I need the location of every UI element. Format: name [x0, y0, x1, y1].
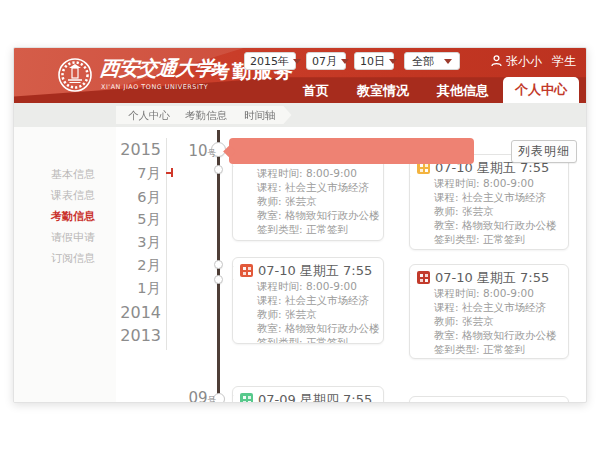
attendance-card: 07-10 星期五 7:55 课程时间: 8:00-9:00课程: 社会主义市场… [232, 257, 384, 344]
year-dropdown[interactable]: 2015年 [244, 52, 296, 70]
attendance-card-datetime: 07-10 星期五 7:55 [258, 263, 372, 278]
attendance-card-datetime: 07-09 星期四 7:55 [258, 392, 372, 403]
timeline-node [214, 165, 223, 174]
attendance-card-field: 教师: 张芸京 [257, 308, 375, 322]
sidebar-item-3[interactable]: 考勤信息 [14, 209, 116, 224]
attendance-card-field: 教室: 格物致知行政办公楼 [434, 329, 560, 343]
attendance-card-field: 课程: 社会主义市场经济 [434, 191, 560, 205]
month-nav-item-3月[interactable]: 3月 [137, 233, 161, 252]
nav-item-1[interactable]: 首页 [289, 79, 343, 103]
current-month-marker [166, 168, 173, 177]
timeline-node [214, 260, 223, 269]
scope-dropdown-value: 全部 [412, 54, 434, 69]
attendance-card-field: 教师: 张芸京 [434, 315, 560, 329]
month-nav-item-2014[interactable]: 2014 [120, 303, 161, 322]
day-dropdown[interactable]: 10日 [354, 52, 394, 70]
attendance-stamp-icon [240, 264, 253, 277]
day-unit: 号 [208, 395, 217, 403]
user-name: 张小小 [506, 53, 542, 70]
month-dropdown-value: 07月 [312, 54, 337, 69]
attendance-stamp-icon [240, 393, 253, 403]
attendance-card-field: 教室: 格物致知行政办公楼 [257, 209, 375, 223]
attendance-card-field: 签到类型: 正常签到 [434, 233, 560, 247]
attendance-card: 07-10 星期五 7:55 课程时间: 8:00-9:00课程: 社会主义市场… [409, 154, 569, 250]
attendance-card: 07-10 星期五 7:55 课程时间: 8:00-9:00课程: 社会主义市场… [409, 264, 569, 359]
breadcrumb-item-3[interactable]: 时间轴 [227, 106, 292, 124]
sidebar-item-5[interactable]: 订阅信息 [14, 251, 116, 266]
attendance-card-field: 签到类型: 正常签到 [257, 336, 375, 344]
month-nav-item-2015[interactable]: 2015 [120, 140, 161, 159]
attendance-card-field: 教室: 格物致知行政办公楼 [257, 322, 375, 336]
sidebar-item-1[interactable]: 基本信息 [14, 167, 116, 182]
attendance-card-field: 课程: 社会主义市场经济 [257, 181, 375, 195]
attendance-card-field: 课程时间: 8:00-9:00 [434, 177, 560, 191]
attendance-card-field: 教室: 格物致知行政办公楼 [434, 219, 560, 233]
attendance-card-title: 07-09 星期四 7:55 [240, 392, 375, 403]
month-nav-item-7月-current[interactable]: 7月 [137, 164, 161, 183]
attendance-card-datetime: 07-10 星期五 7:55 [435, 270, 549, 285]
day-marker-10: 10号 [182, 141, 216, 160]
date-filter-bar [229, 138, 474, 164]
app-window: 西安交通大学 XI'AN JIAO TONG UNIVERSITY 考勤服务 张… [13, 47, 587, 403]
attendance-card-field: 课程时间: 8:00-9:00 [257, 167, 375, 181]
chevron-down-icon [444, 59, 452, 64]
month-nav-item-1月[interactable]: 1月 [137, 279, 161, 298]
nav-item-3[interactable]: 其他信息 [423, 79, 503, 103]
attendance-card-field: 课程时间: 8:00-9:00 [257, 280, 375, 294]
month-nav-item-2013[interactable]: 2013 [120, 326, 161, 345]
day-dropdown-value: 10日 [360, 54, 385, 69]
month-dropdown[interactable]: 07月 [306, 52, 346, 70]
user-icon [491, 55, 502, 67]
chevron-down-icon [389, 59, 397, 64]
attendance-card-field: 课程时间: 8:00-9:00 [434, 287, 560, 301]
attendance-card: 07-09 星期四 7:55 课程时间: 8:00-9:00课程: 社会主义市场… [232, 386, 384, 403]
day-marker-09: 09号 [182, 388, 216, 403]
chevron-down-icon [293, 59, 301, 64]
day-number: 09 [188, 389, 207, 403]
month-nav-item-6月[interactable]: 6月 [137, 188, 161, 207]
attendance-card-field: 教师: 张芸京 [434, 205, 560, 219]
list-detail-button[interactable]: 列表明细 [511, 140, 577, 163]
main-nav: 首页教室情况其他信息个人中心 [14, 77, 587, 103]
day-number: 10 [188, 142, 207, 160]
attendance-stamp-icon [417, 271, 430, 284]
attendance-card-field: 课程: 社会主义市场经济 [257, 294, 375, 308]
attendance-card [409, 396, 569, 403]
year-dropdown-value: 2015年 [250, 54, 289, 69]
sidebar-item-2[interactable]: 课表信息 [14, 188, 116, 203]
timeline-node [214, 275, 223, 284]
sidebar-item-4[interactable]: 请假申请 [14, 230, 116, 245]
scope-dropdown[interactable]: 全部 [404, 52, 460, 70]
nav-item-4[interactable]: 个人中心 [503, 77, 579, 103]
nav-item-2[interactable]: 教室情况 [343, 79, 423, 103]
user-role: 学生 [552, 53, 576, 70]
day-unit: 号 [208, 148, 217, 158]
attendance-card-field: 教师: 张芸京 [257, 195, 375, 209]
attendance-card-field: 签到类型: 正常签到 [257, 223, 375, 237]
month-nav-item-5月[interactable]: 5月 [137, 210, 161, 229]
chevron-down-icon [341, 59, 349, 64]
sidebar: 基本信息课表信息考勤信息请假申请订阅信息 [14, 127, 116, 402]
attendance-card-field: 签到类型: 正常签到 [434, 343, 560, 357]
attendance-card-field: 课程: 社会主义市场经济 [434, 301, 560, 315]
attendance-card-title [417, 402, 560, 403]
month-nav-item-2月[interactable]: 2月 [137, 256, 161, 275]
app-header: 西安交通大学 XI'AN JIAO TONG UNIVERSITY 考勤服务 张… [14, 48, 587, 103]
breadcrumb: 个人中心考勤信息时间轴 [14, 103, 587, 127]
user-account[interactable]: 张小小 学生 [491, 53, 576, 69]
month-nav: 20157月6月5月3月2月1月20142013 [118, 138, 167, 350]
attendance-card-title: 07-10 星期五 7:55 [240, 263, 375, 280]
attendance-card-title: 07-10 星期五 7:55 [417, 270, 560, 287]
